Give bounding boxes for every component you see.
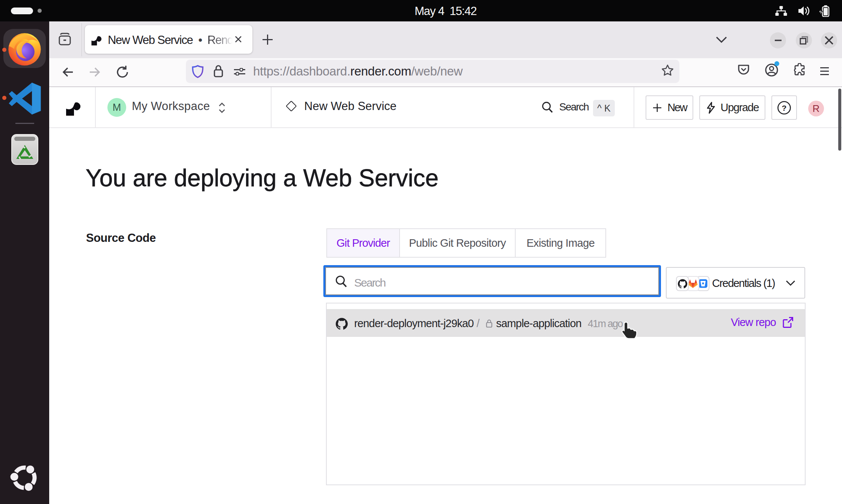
svg-text:?: ? bbox=[782, 103, 787, 112]
